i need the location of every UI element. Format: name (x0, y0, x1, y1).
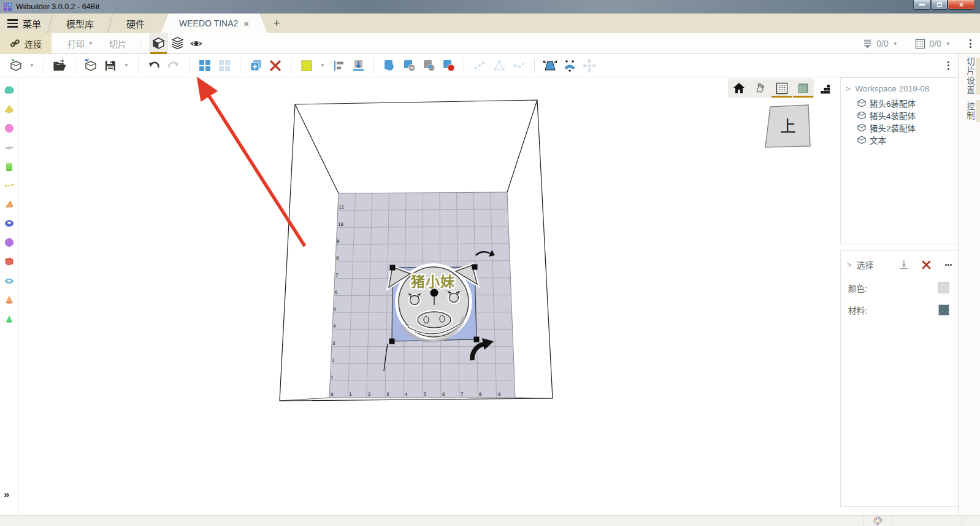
grid-row-label: 6 (335, 290, 338, 295)
tree-item-assembly4[interactable]: 猪头4装配体 (857, 109, 958, 122)
boolean-intersect-button[interactable] (421, 57, 437, 74)
shape-orange-cone[interactable] (1, 290, 17, 309)
control-tab[interactable]: 控制 (959, 99, 980, 123)
statistics-view-button[interactable] (814, 79, 835, 98)
tree-item-label: 猪头4装配体 (870, 109, 916, 122)
selection-more-button[interactable] (944, 262, 952, 267)
new-tab-button[interactable]: + (267, 14, 286, 33)
delete-selection-button[interactable] (922, 260, 931, 269)
points-line-icon (473, 60, 486, 72)
boolean-subtract-button[interactable] (401, 57, 417, 74)
trapezoid-scale-icon (543, 59, 557, 72)
minimize-button[interactable] (913, 0, 931, 10)
boolean-exclude-button[interactable] (440, 57, 456, 74)
redo-button[interactable] (166, 57, 182, 74)
workspace-header[interactable]: > Workspace 2019-08 (841, 78, 958, 97)
cube-outline-icon (857, 99, 866, 107)
tree-item-assembly2[interactable]: 猪头2装配体 (857, 122, 958, 134)
right-panel: > Workspace 2019-08 猪头6装配体 猪头4装配体 猪头2装配体 (840, 77, 958, 514)
undo-button[interactable] (146, 57, 162, 74)
tree-item-assembly6[interactable]: 猪头6装配体 (857, 97, 958, 109)
tab-model-library[interactable]: 模型库 (50, 14, 110, 33)
grid-col-label: 9 (498, 392, 501, 397)
view-3d-mode-button[interactable] (149, 33, 168, 54)
save-button[interactable] (102, 57, 118, 74)
layer-count-icon (863, 39, 872, 48)
perspective-view-button[interactable] (749, 79, 771, 98)
add-model-button[interactable] (8, 57, 24, 74)
open-file-button[interactable] (52, 57, 67, 74)
shape-cyan-ring[interactable] (1, 271, 17, 290)
align-button[interactable] (331, 57, 346, 74)
3d-viewport[interactable]: 11 10 9 8 7 6 5 4 3 2 1 0 1 2 3 4 5 (18, 77, 840, 514)
shape-gray-plate[interactable] (1, 137, 17, 157)
sidebar-expand-button[interactable]: » (4, 489, 9, 501)
status-bar (0, 515, 980, 526)
grid-col-label: 0 (331, 392, 334, 397)
grid-col-label: 4 (405, 392, 408, 397)
print-button[interactable]: 打印 ▼ (67, 37, 93, 50)
boolean-union-button[interactable] (381, 57, 397, 74)
tab-weedo-tina2[interactable]: WEEDO TINA2 × (161, 14, 267, 33)
toolbar-more-button[interactable] (944, 60, 952, 71)
arrange-all-button[interactable] (197, 57, 213, 74)
layer-view-mode-button[interactable] (168, 33, 187, 54)
arrange-selection-button[interactable] (216, 57, 232, 74)
connect-button[interactable]: 连接 (0, 33, 52, 54)
cube-outline-icon (857, 111, 866, 120)
material-swatch[interactable] (938, 304, 949, 315)
menu-button[interactable]: 菜单 (0, 14, 50, 33)
solid-view-button[interactable] (792, 79, 814, 98)
delete-button[interactable] (267, 57, 283, 74)
view-cube[interactable]: 上 (765, 105, 810, 147)
caret-down-icon[interactable]: ▼ (946, 41, 951, 47)
tab-hardware[interactable]: 硬件 (110, 14, 161, 33)
shape-yellow-text-marks[interactable] (1, 176, 17, 195)
model-color-button[interactable] (299, 57, 315, 74)
home-view-button[interactable] (728, 79, 749, 98)
shape-green-cylinder[interactable] (1, 157, 17, 176)
grid-row-label: 1 (331, 375, 334, 381)
object-counter: 0/0 (930, 39, 941, 48)
grid-plate-icon (776, 82, 788, 95)
object-count-icon (915, 39, 925, 49)
grid-view-button[interactable] (771, 79, 792, 98)
scale-tool-button[interactable] (542, 57, 558, 74)
visibility-mode-button[interactable] (187, 33, 206, 54)
drop-selection-button[interactable] (900, 260, 908, 270)
model-color-dropdown[interactable]: ▼ (318, 57, 327, 74)
support-remove-button[interactable] (511, 57, 527, 74)
counters-group: 0/0 ▼ 0/0 ▼ (863, 33, 974, 54)
palette-icon[interactable] (873, 516, 882, 525)
export-model-button[interactable] (83, 57, 99, 74)
bend-tool-button[interactable] (562, 57, 578, 74)
shape-pink-sphere[interactable] (1, 118, 17, 137)
center-tool-button[interactable] (581, 57, 597, 74)
shape-red-cube[interactable] (1, 252, 17, 271)
duplicate-button[interactable] (248, 57, 264, 74)
shape-yellow-wedge[interactable] (1, 99, 17, 118)
arrange-grid-icon (199, 60, 211, 72)
shape-teal-rounded-block[interactable] (1, 80, 17, 99)
workspace-panel: > Workspace 2019-08 猪头6装配体 猪头4装配体 猪头2装配体 (840, 77, 958, 244)
drop-to-platform-button[interactable] (350, 57, 366, 74)
close-window-button[interactable]: × (947, 0, 975, 10)
tree-item-text[interactable]: 文本 (857, 134, 958, 146)
support-tree-button[interactable] (491, 57, 507, 74)
shape-green-cone[interactable] (1, 309, 17, 328)
connectbar-more-button[interactable] (967, 38, 974, 50)
caret-down-icon[interactable]: ▼ (893, 41, 898, 47)
add-model-dropdown[interactable]: ▼ (28, 57, 36, 74)
tab-close-icon[interactable]: × (243, 18, 249, 29)
color-swatch[interactable] (938, 282, 949, 293)
maximize-button[interactable] (931, 0, 947, 10)
support-point-button[interactable] (472, 57, 488, 74)
slice-button[interactable]: 切片 (109, 37, 126, 50)
shape-orange-wedge[interactable] (1, 195, 17, 214)
shape-purple-sphere[interactable] (1, 233, 17, 252)
tab-bar: 菜单 模型库 硬件 WEEDO TINA2 × + (0, 14, 980, 33)
shape-blue-torus[interactable] (1, 214, 17, 233)
chevron-right-icon[interactable]: > (847, 260, 852, 269)
slice-settings-tab[interactable]: 切片设置 (959, 56, 980, 96)
save-dropdown[interactable]: ▼ (122, 57, 131, 74)
